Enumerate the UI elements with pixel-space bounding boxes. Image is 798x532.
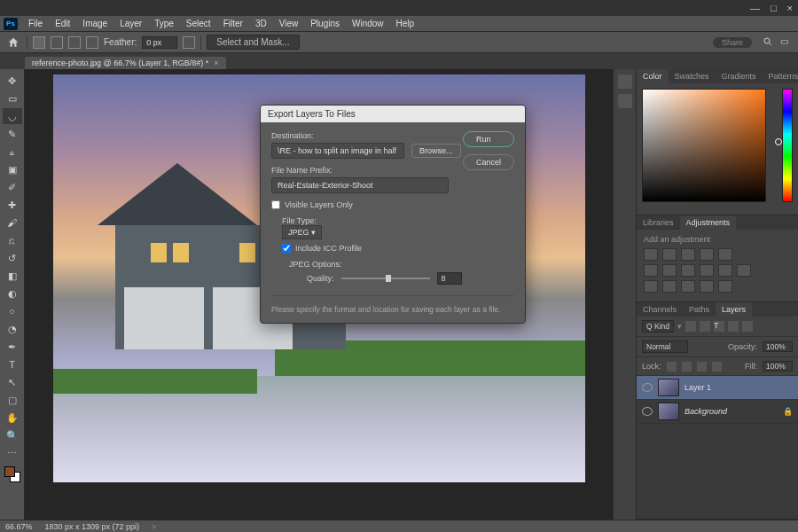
brush-tool[interactable]: 🖌	[3, 215, 22, 231]
tab-paths[interactable]: Paths	[683, 302, 716, 317]
layer-name[interactable]: Background	[685, 407, 727, 416]
curves-icon[interactable]	[681, 248, 695, 261]
visible-layers-checkbox[interactable]	[271, 200, 280, 209]
document-tab[interactable]: reference-photo.jpg @ 66.7% (Layer 1, RG…	[25, 57, 226, 69]
doc-dimensions-readout[interactable]: 1830 px x 1309 px (72 ppi)	[45, 522, 140, 531]
layer-thumbnail[interactable]	[658, 403, 679, 420]
tab-libraries[interactable]: Libraries	[637, 215, 680, 230]
panel-icon[interactable]	[618, 74, 632, 89]
document-tab-close-icon[interactable]: ×	[214, 59, 218, 67]
lock-transparency-icon[interactable]	[667, 362, 677, 372]
menu-select[interactable]: Select	[181, 17, 216, 30]
move-tool[interactable]: ✥	[3, 73, 22, 89]
prefix-input[interactable]	[271, 177, 449, 193]
menu-filter[interactable]: Filter	[218, 17, 248, 30]
tab-color[interactable]: Color	[637, 69, 669, 83]
exposure-icon[interactable]	[700, 248, 714, 261]
select-and-mask-button[interactable]: Select and Mask...	[207, 35, 299, 50]
threshold-icon[interactable]	[681, 280, 695, 293]
fill-input[interactable]: 100%	[763, 361, 793, 372]
quality-slider[interactable]	[341, 278, 430, 279]
filter-pixel-icon[interactable]	[685, 321, 696, 332]
menu-type[interactable]: Type	[149, 17, 179, 30]
filter-type-icon[interactable]: T	[714, 321, 724, 332]
eyedropper-tool[interactable]: ✐	[3, 179, 22, 195]
selection-mode-subtract-icon[interactable]	[68, 36, 81, 49]
healing-tool[interactable]: ✚	[3, 197, 22, 213]
bw-icon[interactable]	[681, 264, 695, 277]
hue-icon[interactable]	[644, 264, 658, 277]
window-minimize-button[interactable]: —	[750, 4, 760, 13]
home-icon[interactable]	[5, 35, 21, 50]
filter-smart-icon[interactable]	[742, 321, 753, 332]
blend-mode-select[interactable]: Normal	[642, 340, 688, 353]
gradient-tool[interactable]: ◐	[3, 286, 22, 301]
filter-adjust-icon[interactable]	[700, 321, 710, 332]
share-button[interactable]: Share	[713, 37, 752, 48]
hand-tool[interactable]: ✋	[3, 410, 22, 426]
tab-patterns[interactable]: Patterns	[763, 69, 798, 83]
selection-mode-new-icon[interactable]	[33, 36, 45, 49]
lasso-tool[interactable]: ◡	[3, 108, 22, 124]
selection-mode-add-icon[interactable]	[51, 36, 63, 49]
hue-slider[interactable]	[782, 89, 793, 202]
quality-input[interactable]	[437, 272, 462, 285]
layer-row[interactable]: Layer 1	[637, 376, 798, 400]
menu-edit[interactable]: Edit	[50, 17, 75, 30]
zoom-tool[interactable]: 🔍	[3, 427, 22, 443]
menu-image[interactable]: Image	[77, 17, 113, 30]
edit-toolbar[interactable]: ⋯	[3, 445, 22, 461]
lock-all-icon[interactable]	[712, 362, 722, 372]
menu-window[interactable]: Window	[347, 17, 389, 30]
menu-3d[interactable]: 3D	[250, 17, 272, 30]
color-swatch[interactable]	[4, 466, 20, 482]
brightness-icon[interactable]	[644, 248, 658, 261]
panel-icon[interactable]	[618, 94, 632, 108]
menu-view[interactable]: View	[274, 17, 304, 30]
menu-help[interactable]: Help	[391, 17, 420, 30]
feather-input[interactable]	[142, 36, 177, 49]
dodge-tool[interactable]: ◔	[3, 321, 22, 337]
workspace-icon[interactable]: ▭	[780, 36, 793, 49]
quick-select-tool[interactable]: ✎	[3, 126, 22, 142]
colorlookup-icon[interactable]	[737, 264, 751, 277]
tab-channels[interactable]: Channels	[637, 302, 683, 317]
type-tool[interactable]: T	[3, 356, 22, 372]
levels-icon[interactable]	[662, 248, 677, 261]
layer-visibility-icon[interactable]	[642, 407, 653, 416]
path-tool[interactable]: ↖	[3, 374, 22, 390]
layer-thumbnail[interactable]	[658, 379, 679, 396]
channel-mixer-icon[interactable]	[718, 264, 732, 277]
zoom-readout[interactable]: 66.67%	[5, 522, 33, 531]
crop-tool[interactable]: ⟁	[3, 144, 22, 160]
destination-input[interactable]	[271, 143, 404, 159]
lock-pixels-icon[interactable]	[682, 362, 692, 372]
pen-tool[interactable]: ✒	[3, 339, 22, 355]
opacity-input[interactable]: 100%	[763, 341, 793, 352]
antialias-icon[interactable]	[183, 36, 195, 49]
icc-profile-checkbox[interactable]	[282, 244, 291, 253]
status-menu-icon[interactable]: >	[152, 522, 156, 531]
window-maximize-button[interactable]: □	[771, 4, 777, 13]
frame-tool[interactable]: ▣	[3, 161, 22, 177]
selection-mode-intersect-icon[interactable]	[86, 36, 98, 49]
vibrance-icon[interactable]	[718, 248, 732, 261]
eraser-tool[interactable]: ◧	[3, 268, 22, 284]
tab-gradients[interactable]: Gradients	[716, 69, 763, 83]
layer-name[interactable]: Layer 1	[685, 383, 711, 392]
shape-tool[interactable]: ▢	[3, 392, 22, 408]
tab-layers[interactable]: Layers	[716, 302, 752, 317]
tab-adjustments[interactable]: Adjustments	[680, 215, 737, 230]
invert-icon[interactable]	[644, 280, 658, 293]
cancel-button[interactable]: Cancel	[463, 154, 514, 170]
search-icon[interactable]	[763, 36, 775, 49]
gradientmap-icon[interactable]	[700, 280, 714, 293]
filetype-select[interactable]: JPEG ▾	[282, 225, 322, 239]
history-brush-tool[interactable]: ↺	[3, 250, 22, 266]
tab-swatches[interactable]: Swatches	[669, 69, 716, 83]
window-close-button[interactable]: ×	[787, 4, 793, 13]
marquee-tool[interactable]: ▭	[3, 90, 22, 106]
foreground-color-swatch[interactable]	[4, 466, 15, 477]
lock-position-icon[interactable]	[697, 362, 707, 372]
selective-color-icon[interactable]	[718, 280, 732, 293]
